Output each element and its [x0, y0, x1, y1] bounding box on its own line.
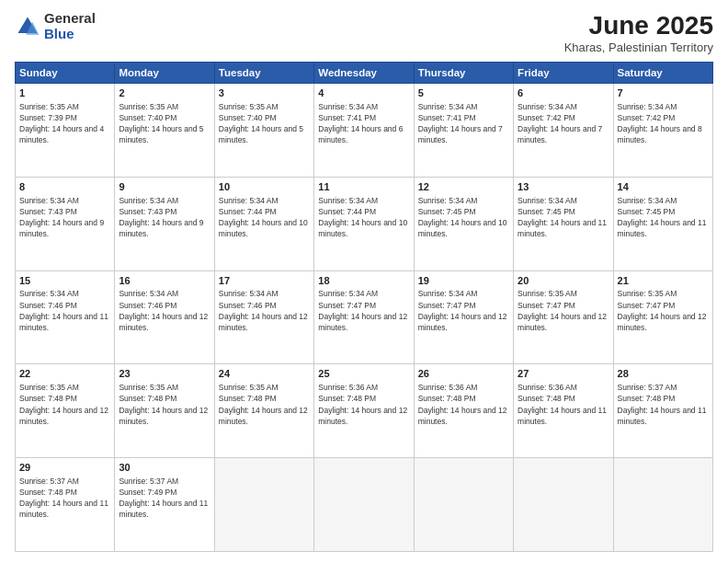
col-tuesday: Tuesday — [214, 63, 313, 84]
header: General Blue June 2025 Kharas, Palestini… — [15, 11, 713, 54]
day-info: Sunrise: 5:35 AMSunset: 7:47 PMDaylight:… — [618, 289, 707, 331]
day-info: Sunrise: 5:34 AMSunset: 7:44 PMDaylight:… — [219, 196, 308, 238]
logo-text: General Blue — [44, 11, 96, 41]
month-title: June 2025 — [564, 11, 713, 40]
day-cell-16: 16 Sunrise: 5:34 AMSunset: 7:46 PMDaylig… — [115, 270, 214, 364]
day-number: 13 — [518, 180, 609, 194]
day-number: 21 — [618, 274, 709, 288]
col-thursday: Thursday — [414, 63, 513, 84]
day-info: Sunrise: 5:35 AMSunset: 7:40 PMDaylight:… — [119, 102, 203, 144]
day-cell-24: 24 Sunrise: 5:35 AMSunset: 7:48 PMDaylig… — [214, 364, 313, 458]
day-info: Sunrise: 5:37 AMSunset: 7:48 PMDaylight:… — [618, 383, 707, 425]
logo: General Blue — [15, 11, 96, 41]
day-info: Sunrise: 5:36 AMSunset: 7:48 PMDaylight:… — [518, 383, 607, 425]
day-cell-19: 19 Sunrise: 5:34 AMSunset: 7:47 PMDaylig… — [414, 270, 513, 364]
day-cell-29: 29 Sunrise: 5:37 AMSunset: 7:48 PMDaylig… — [16, 458, 115, 552]
day-cell-20: 20 Sunrise: 5:35 AMSunset: 7:47 PMDaylig… — [514, 270, 613, 364]
day-number: 20 — [518, 274, 609, 288]
day-cell-21: 21 Sunrise: 5:35 AMSunset: 7:47 PMDaylig… — [613, 270, 712, 364]
calendar-table: Sunday Monday Tuesday Wednesday Thursday… — [15, 62, 713, 552]
day-number: 4 — [318, 86, 409, 100]
day-number: 11 — [318, 180, 409, 194]
calendar-week-row: 29 Sunrise: 5:37 AMSunset: 7:48 PMDaylig… — [16, 458, 713, 552]
day-cell-18: 18 Sunrise: 5:34 AMSunset: 7:47 PMDaylig… — [314, 270, 414, 364]
day-cell-14: 14 Sunrise: 5:34 AMSunset: 7:45 PMDaylig… — [613, 177, 712, 270]
day-info: Sunrise: 5:34 AMSunset: 7:44 PMDaylight:… — [318, 196, 407, 238]
day-cell-12: 12 Sunrise: 5:34 AMSunset: 7:45 PMDaylig… — [414, 177, 513, 270]
day-cell-26: 26 Sunrise: 5:36 AMSunset: 7:48 PMDaylig… — [414, 364, 513, 458]
calendar-week-row: 15 Sunrise: 5:34 AMSunset: 7:46 PMDaylig… — [16, 270, 713, 364]
day-number: 9 — [119, 180, 210, 194]
day-info: Sunrise: 5:37 AMSunset: 7:49 PMDaylight:… — [119, 477, 208, 519]
col-sunday: Sunday — [16, 63, 115, 84]
day-info: Sunrise: 5:34 AMSunset: 7:46 PMDaylight:… — [19, 289, 108, 331]
page: General Blue June 2025 Kharas, Palestini… — [0, 0, 728, 563]
day-number: 19 — [418, 274, 509, 288]
day-cell-4: 4 Sunrise: 5:34 AMSunset: 7:41 PMDayligh… — [314, 84, 414, 178]
logo-general-text: General — [44, 11, 96, 27]
day-info: Sunrise: 5:37 AMSunset: 7:48 PMDaylight:… — [19, 477, 108, 519]
day-info: Sunrise: 5:35 AMSunset: 7:47 PMDaylight:… — [518, 289, 607, 331]
day-info: Sunrise: 5:35 AMSunset: 7:40 PMDaylight:… — [219, 102, 303, 144]
day-info: Sunrise: 5:34 AMSunset: 7:47 PMDaylight:… — [318, 289, 407, 331]
day-cell-7: 7 Sunrise: 5:34 AMSunset: 7:42 PMDayligh… — [613, 84, 712, 178]
day-cell-10: 10 Sunrise: 5:34 AMSunset: 7:44 PMDaylig… — [214, 177, 313, 270]
day-info: Sunrise: 5:34 AMSunset: 7:45 PMDaylight:… — [618, 196, 707, 238]
day-number: 25 — [318, 367, 409, 381]
day-cell-1: 1 Sunrise: 5:35 AMSunset: 7:39 PMDayligh… — [16, 84, 115, 178]
empty-cell — [414, 458, 513, 552]
day-cell-6: 6 Sunrise: 5:34 AMSunset: 7:42 PMDayligh… — [514, 84, 613, 178]
day-info: Sunrise: 5:36 AMSunset: 7:48 PMDaylight:… — [418, 383, 507, 425]
day-number: 6 — [518, 86, 609, 100]
day-number: 2 — [119, 86, 210, 100]
calendar-header-row: Sunday Monday Tuesday Wednesday Thursday… — [16, 63, 713, 84]
day-cell-23: 23 Sunrise: 5:35 AMSunset: 7:48 PMDaylig… — [115, 364, 214, 458]
day-info: Sunrise: 5:35 AMSunset: 7:48 PMDaylight:… — [119, 383, 208, 425]
day-number: 24 — [219, 367, 310, 381]
day-cell-25: 25 Sunrise: 5:36 AMSunset: 7:48 PMDaylig… — [314, 364, 414, 458]
day-number: 30 — [119, 461, 210, 475]
day-number: 22 — [19, 367, 110, 381]
logo-icon — [15, 14, 40, 40]
col-friday: Friday — [514, 63, 613, 84]
day-cell-13: 13 Sunrise: 5:34 AMSunset: 7:45 PMDaylig… — [514, 177, 613, 270]
col-monday: Monday — [115, 63, 214, 84]
day-info: Sunrise: 5:36 AMSunset: 7:48 PMDaylight:… — [318, 383, 407, 425]
day-info: Sunrise: 5:34 AMSunset: 7:42 PMDaylight:… — [618, 102, 702, 144]
day-info: Sunrise: 5:34 AMSunset: 7:46 PMDaylight:… — [219, 289, 308, 331]
day-cell-30: 30 Sunrise: 5:37 AMSunset: 7:49 PMDaylig… — [115, 458, 214, 552]
day-cell-15: 15 Sunrise: 5:34 AMSunset: 7:46 PMDaylig… — [16, 270, 115, 364]
empty-cell — [613, 458, 712, 552]
day-number: 8 — [19, 180, 110, 194]
day-cell-22: 22 Sunrise: 5:35 AMSunset: 7:48 PMDaylig… — [16, 364, 115, 458]
day-cell-2: 2 Sunrise: 5:35 AMSunset: 7:40 PMDayligh… — [115, 84, 214, 178]
day-number: 17 — [219, 274, 310, 288]
day-number: 5 — [418, 86, 509, 100]
day-cell-9: 9 Sunrise: 5:34 AMSunset: 7:43 PMDayligh… — [115, 177, 214, 270]
day-number: 18 — [318, 274, 409, 288]
calendar-week-row: 22 Sunrise: 5:35 AMSunset: 7:48 PMDaylig… — [16, 364, 713, 458]
day-cell-5: 5 Sunrise: 5:34 AMSunset: 7:41 PMDayligh… — [414, 84, 513, 178]
empty-cell — [314, 458, 414, 552]
empty-cell — [514, 458, 613, 552]
calendar-week-row: 8 Sunrise: 5:34 AMSunset: 7:43 PMDayligh… — [16, 177, 713, 270]
day-number: 1 — [19, 86, 110, 100]
day-info: Sunrise: 5:35 AMSunset: 7:48 PMDaylight:… — [19, 383, 108, 425]
day-number: 27 — [518, 367, 609, 381]
day-info: Sunrise: 5:35 AMSunset: 7:39 PMDaylight:… — [19, 102, 104, 144]
day-number: 28 — [618, 367, 709, 381]
day-number: 29 — [19, 461, 110, 475]
day-cell-11: 11 Sunrise: 5:34 AMSunset: 7:44 PMDaylig… — [314, 177, 414, 270]
day-info: Sunrise: 5:34 AMSunset: 7:45 PMDaylight:… — [518, 196, 607, 238]
day-cell-27: 27 Sunrise: 5:36 AMSunset: 7:48 PMDaylig… — [514, 364, 613, 458]
day-number: 15 — [19, 274, 110, 288]
day-info: Sunrise: 5:34 AMSunset: 7:41 PMDaylight:… — [318, 102, 403, 144]
day-cell-8: 8 Sunrise: 5:34 AMSunset: 7:43 PMDayligh… — [16, 177, 115, 270]
day-info: Sunrise: 5:34 AMSunset: 7:43 PMDaylight:… — [19, 196, 104, 238]
col-saturday: Saturday — [613, 63, 712, 84]
day-number: 26 — [418, 367, 509, 381]
day-info: Sunrise: 5:34 AMSunset: 7:45 PMDaylight:… — [418, 196, 507, 238]
day-number: 23 — [119, 367, 210, 381]
day-cell-17: 17 Sunrise: 5:34 AMSunset: 7:46 PMDaylig… — [214, 270, 313, 364]
day-number: 3 — [219, 86, 310, 100]
